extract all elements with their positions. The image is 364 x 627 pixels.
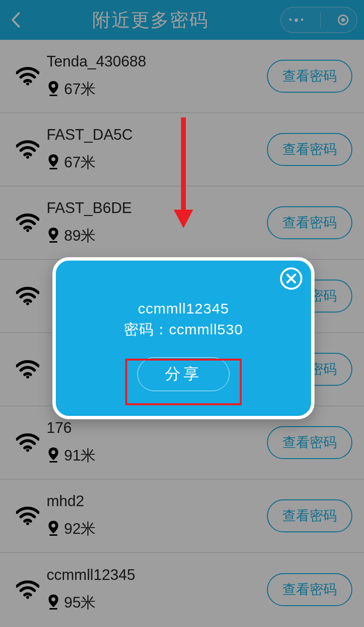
modal-password-value: ccmmll530 — [169, 321, 243, 337]
share-button[interactable]: 分享 — [137, 357, 230, 391]
password-modal: ccmmll12345 密码：ccmmll530 分享 — [52, 257, 314, 419]
modal-ssid: ccmmll12345 — [138, 300, 229, 317]
modal-password-label: 密码： — [124, 321, 169, 337]
close-icon — [286, 273, 297, 284]
modal-close-button[interactable] — [280, 267, 302, 290]
modal-password-line: 密码：ccmmll530 — [124, 320, 243, 340]
